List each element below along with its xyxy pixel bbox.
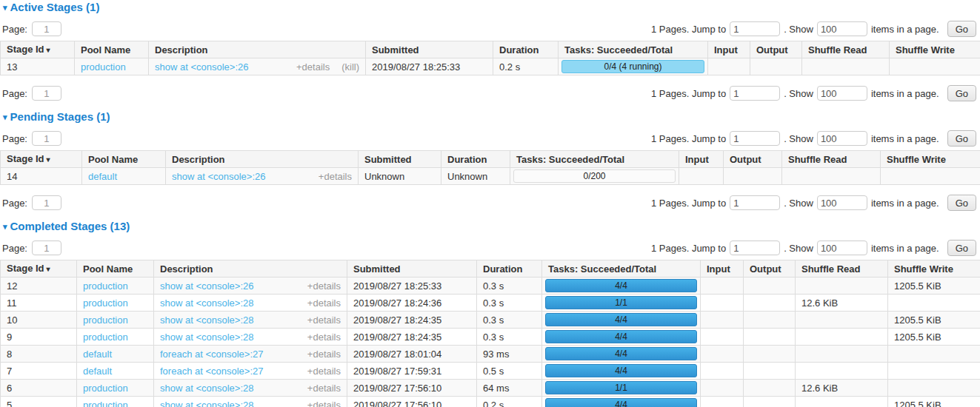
- column-input[interactable]: Input: [708, 41, 750, 58]
- page-indicator: Page:: [2, 195, 61, 210]
- column-shuffle-read[interactable]: Shuffle Read: [782, 151, 881, 168]
- description-link[interactable]: show at <console>:26: [172, 171, 313, 182]
- details-toggle[interactable]: +details: [307, 383, 341, 394]
- submitted-cell: 2019/08/27 18:24:36: [347, 295, 477, 312]
- pool-name-link[interactable]: production: [83, 383, 128, 394]
- pending-stages-heading[interactable]: ▾Pending Stages (1): [3, 111, 980, 123]
- column-submitted[interactable]: Submitted: [347, 260, 477, 278]
- column-submitted[interactable]: Submitted: [359, 151, 441, 168]
- column-shuffle-write[interactable]: Shuffle Write: [881, 151, 980, 168]
- page-number-input[interactable]: [32, 21, 61, 36]
- column-duration[interactable]: Duration: [477, 260, 542, 278]
- items-label: items in a page.: [871, 24, 939, 35]
- column-output[interactable]: Output: [750, 41, 802, 58]
- description-link[interactable]: show at <console>:26: [160, 280, 301, 292]
- column-input[interactable]: Input: [679, 151, 724, 168]
- go-button[interactable]: Go: [947, 130, 976, 147]
- pool-cell: production: [77, 295, 154, 312]
- column-pool-name[interactable]: Pool Name: [77, 260, 154, 278]
- details-toggle[interactable]: +details: [307, 349, 341, 360]
- column-shuffle-read[interactable]: Shuffle Read: [802, 41, 890, 58]
- column-tasks[interactable]: Tasks: Succeeded/Total: [510, 151, 679, 168]
- show-count-input[interactable]: [817, 195, 867, 210]
- page-indicator: Page:: [2, 86, 61, 101]
- column-stage-id[interactable]: Stage Id▾: [1, 41, 75, 58]
- go-button[interactable]: Go: [947, 195, 976, 211]
- output-cell: [744, 278, 796, 295]
- pool-name-link[interactable]: production: [83, 332, 128, 343]
- column-duration[interactable]: Duration: [493, 41, 559, 58]
- column-output[interactable]: Output: [744, 260, 796, 278]
- pool-name-link[interactable]: production: [81, 61, 126, 73]
- pool-name-link[interactable]: default: [83, 366, 112, 377]
- pool-name-link[interactable]: production: [83, 280, 128, 292]
- description-link[interactable]: show at <console>:26: [155, 61, 290, 73]
- jump-to-input[interactable]: [730, 240, 780, 255]
- table-row: 8defaultforeach at <console>:27+details2…: [1, 346, 980, 363]
- column-tasks[interactable]: Tasks: Succeeded/Total: [542, 260, 701, 278]
- show-count-input[interactable]: [817, 240, 867, 255]
- page-number-input[interactable]: [32, 86, 61, 101]
- column-input[interactable]: Input: [701, 260, 744, 278]
- jump-to-input[interactable]: [730, 195, 780, 210]
- page-number-input[interactable]: [32, 195, 61, 210]
- column-shuffle-write[interactable]: Shuffle Write: [890, 41, 980, 58]
- go-button[interactable]: Go: [947, 21, 976, 37]
- input-cell: [701, 329, 744, 346]
- show-count-input[interactable]: [817, 86, 867, 101]
- pool-name-link[interactable]: default: [88, 171, 117, 182]
- details-toggle[interactable]: +details: [296, 61, 330, 73]
- column-stage-id[interactable]: Stage Id▾: [1, 151, 82, 168]
- details-toggle[interactable]: +details: [307, 400, 341, 407]
- pool-name-link[interactable]: default: [83, 349, 112, 360]
- column-description[interactable]: Description: [149, 41, 366, 58]
- page-number-input[interactable]: [32, 240, 61, 255]
- pool-name-link[interactable]: production: [83, 297, 128, 309]
- column-shuffle-write[interactable]: Shuffle Write: [888, 260, 980, 278]
- jump-to-input[interactable]: [730, 86, 780, 101]
- show-count-input[interactable]: [817, 21, 867, 36]
- pool-name-link[interactable]: production: [83, 400, 128, 407]
- column-stage-id[interactable]: Stage Id▾: [1, 260, 77, 278]
- details-toggle[interactable]: +details: [307, 297, 341, 309]
- description-link[interactable]: foreach at <console>:27: [160, 366, 301, 377]
- go-button[interactable]: Go: [947, 85, 976, 101]
- column-shuffle-read[interactable]: Shuffle Read: [796, 260, 888, 278]
- go-button[interactable]: Go: [947, 240, 976, 256]
- details-toggle[interactable]: +details: [307, 314, 341, 326]
- page-jump-controls: 1 Pages. Jump to . Show items in a page.…: [651, 195, 976, 211]
- description-link[interactable]: show at <console>:28: [160, 383, 301, 394]
- column-description[interactable]: Description: [154, 260, 347, 278]
- collapse-arrow-icon[interactable]: ▾: [3, 1, 7, 13]
- pages-count-text: 1 Pages. Jump to: [651, 133, 726, 144]
- pool-name-link[interactable]: production: [83, 314, 128, 326]
- column-duration[interactable]: Duration: [441, 151, 510, 168]
- page-jump-controls: 1 Pages. Jump to . Show items in a page.…: [651, 240, 976, 256]
- page-number-input[interactable]: [32, 131, 61, 146]
- column-tasks[interactable]: Tasks: Succeeded/Total: [559, 41, 708, 58]
- description-link[interactable]: show at <console>:28: [160, 297, 301, 309]
- description-link[interactable]: show at <console>:28: [160, 332, 301, 343]
- description-link[interactable]: show at <console>:28: [160, 400, 301, 407]
- details-toggle[interactable]: +details: [307, 366, 341, 377]
- page-indicator: Page:: [2, 240, 61, 255]
- column-pool-name[interactable]: Pool Name: [75, 41, 149, 58]
- column-output[interactable]: Output: [724, 151, 782, 168]
- column-pool-name[interactable]: Pool Name: [82, 151, 166, 168]
- description-link[interactable]: foreach at <console>:27: [160, 349, 301, 360]
- kill-link[interactable]: (kill): [341, 61, 359, 73]
- column-description[interactable]: Description: [166, 151, 359, 168]
- active-stages-heading[interactable]: ▾Active Stages (1): [3, 1, 980, 13]
- collapse-arrow-icon[interactable]: ▾: [3, 221, 7, 232]
- show-count-input[interactable]: [817, 131, 867, 146]
- jump-to-input[interactable]: [730, 131, 780, 146]
- details-toggle[interactable]: +details: [319, 171, 352, 182]
- shuffle-write-cell: [888, 380, 980, 397]
- column-submitted[interactable]: Submitted: [366, 41, 493, 58]
- details-toggle[interactable]: +details: [307, 280, 341, 292]
- description-link[interactable]: show at <console>:28: [160, 314, 301, 326]
- jump-to-input[interactable]: [730, 21, 780, 36]
- details-toggle[interactable]: +details: [307, 332, 341, 343]
- collapse-arrow-icon[interactable]: ▾: [3, 111, 7, 123]
- completed-stages-heading[interactable]: ▾Completed Stages (13): [3, 221, 980, 232]
